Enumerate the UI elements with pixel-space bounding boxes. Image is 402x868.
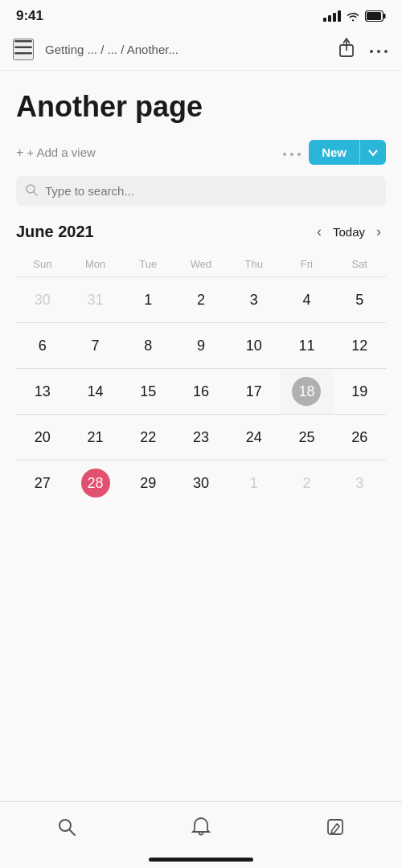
calendar-cell[interactable]: 16 (174, 368, 228, 414)
search-input[interactable] (16, 176, 386, 206)
svg-point-13 (297, 153, 301, 156)
svg-line-17 (70, 830, 76, 836)
new-button-group: New (309, 140, 386, 165)
day-header-sat: Sat (333, 255, 386, 273)
status-icons (323, 10, 386, 22)
calendar-cell[interactable]: 9 (174, 322, 228, 368)
calendar-nav: ‹ Today › (312, 222, 386, 242)
new-button[interactable]: New (309, 140, 359, 165)
calendar-cell[interactable]: 5 (333, 276, 386, 322)
calendar-section: June 2021 ‹ Today › Sun Mon Tue Wed Thu … (16, 222, 386, 522)
calendar-cell[interactable]: 30 (174, 460, 228, 506)
new-dropdown-button[interactable] (359, 140, 386, 165)
calendar-cell[interactable]: 21 (69, 414, 122, 460)
calendar-cell[interactable]: 17 (228, 368, 281, 414)
status-bar: 9:41 (0, 0, 402, 29)
notifications-nav-button[interactable] (178, 813, 224, 845)
calendar-cell[interactable]: 6 (16, 322, 69, 368)
calendar-cell[interactable]: 1 (121, 276, 174, 322)
svg-point-12 (290, 153, 293, 156)
calendar-cell[interactable]: 15 (121, 368, 174, 414)
day-header-tue: Tue (121, 255, 174, 273)
calendar-cell[interactable]: 19 (333, 368, 386, 414)
breadcrumb: Getting ... / ... / Another... (45, 43, 336, 56)
calendar-cell[interactable]: 8 (121, 322, 174, 368)
calendar-cell[interactable]: 23 (174, 414, 228, 460)
svg-point-9 (377, 50, 380, 53)
toolbar-row: + + Add a view New (16, 140, 386, 165)
nav-bar: Getting ... / ... / Another... (0, 29, 402, 71)
plus-icon: + (16, 145, 23, 160)
status-time: 9:41 (16, 8, 43, 24)
calendar-cell[interactable]: 3 (228, 276, 281, 322)
calendar-cell[interactable]: 28 (69, 460, 122, 506)
next-month-button[interactable]: › (371, 222, 386, 242)
svg-point-10 (384, 50, 388, 53)
nav-actions (336, 35, 389, 63)
prev-month-button[interactable]: ‹ (312, 222, 326, 242)
calendar-cell[interactable]: 24 (228, 414, 281, 460)
calendar-cell[interactable]: 4 (281, 276, 334, 322)
day-header-thu: Thu (228, 255, 281, 273)
calendar-cell[interactable]: 1 (228, 460, 281, 506)
calendar-grid: 3031123456789101112131415161718192021222… (16, 276, 386, 506)
svg-rect-4 (14, 47, 32, 49)
svg-rect-1 (367, 12, 381, 20)
calendar-cell[interactable]: 2 (174, 276, 228, 322)
calendar-cell[interactable]: 18 (281, 368, 334, 414)
search-container (16, 176, 386, 206)
day-header-fri: Fri (281, 255, 334, 273)
more-options-button[interactable] (368, 39, 389, 59)
calendar-cell[interactable]: 11 (281, 322, 334, 368)
calendar-header: June 2021 ‹ Today › (16, 222, 386, 242)
home-indicator (149, 858, 253, 862)
day-header-mon: Mon (69, 255, 122, 273)
calendar-cell[interactable]: 12 (333, 322, 386, 368)
calendar-cell[interactable]: 3 (333, 460, 386, 506)
calendar-cell[interactable]: 20 (16, 414, 69, 460)
page-title: Another page (16, 90, 386, 124)
day-header-sun: Sun (16, 255, 69, 273)
search-nav-button[interactable] (44, 814, 89, 845)
svg-rect-5 (14, 52, 32, 55)
battery-icon (365, 10, 386, 22)
calendar-cell[interactable]: 22 (121, 414, 174, 460)
calendar-cell[interactable]: 27 (16, 460, 69, 506)
signal-icon (323, 10, 341, 22)
share-button[interactable] (336, 35, 357, 63)
search-icon (26, 184, 38, 199)
add-view-button[interactable]: + + Add a view (16, 145, 96, 160)
hamburger-menu[interactable] (13, 39, 34, 60)
calendar-cell[interactable]: 10 (228, 322, 281, 368)
calendar-cell[interactable]: 29 (121, 460, 174, 506)
wifi-icon (346, 10, 360, 22)
today-button[interactable]: Today (333, 225, 365, 239)
toolbar-right: New (283, 140, 386, 165)
page-content: Another page + + Add a view New (0, 71, 402, 522)
calendar-cell[interactable]: 13 (16, 368, 69, 414)
svg-rect-2 (384, 14, 386, 18)
svg-point-11 (283, 153, 286, 156)
calendar-cell[interactable]: 25 (281, 414, 334, 460)
calendar-cell[interactable]: 7 (69, 322, 122, 368)
calendar-cell[interactable]: 31 (69, 276, 122, 322)
calendar-cell[interactable]: 2 (281, 460, 334, 506)
edit-nav-button[interactable] (313, 814, 358, 845)
calendar-cell[interactable]: 30 (16, 276, 69, 322)
svg-rect-3 (14, 40, 32, 43)
svg-line-15 (34, 192, 37, 195)
svg-point-8 (370, 50, 373, 53)
calendar-cell[interactable]: 14 (69, 368, 122, 414)
calendar-cell[interactable]: 26 (333, 414, 386, 460)
calendar-month-title: June 2021 (16, 223, 94, 241)
day-headers: Sun Mon Tue Wed Thu Fri Sat (16, 255, 386, 273)
toolbar-dots-button[interactable] (283, 144, 301, 161)
day-header-wed: Wed (174, 255, 228, 273)
add-view-label: + Add a view (27, 145, 95, 159)
